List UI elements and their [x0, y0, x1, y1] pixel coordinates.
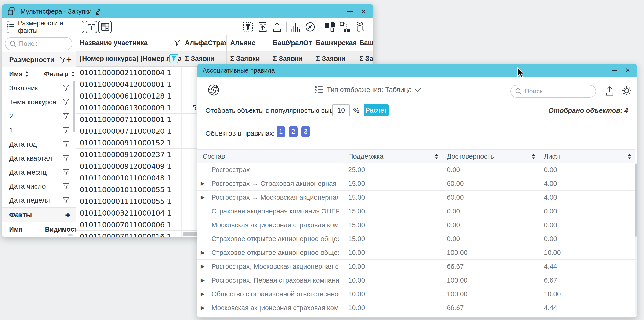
filter-icon[interactable] — [62, 141, 70, 148]
compass-icon[interactable] — [305, 22, 316, 32]
column-support[interactable]: Поддержка — [348, 153, 384, 160]
table-row[interactable]: ▶Общество с ограниченной ответственность… — [198, 287, 635, 301]
minimize-button[interactable] — [347, 11, 353, 12]
collapse-top-icon[interactable] — [258, 22, 268, 32]
dimension-item[interactable]: Дата число — [2, 179, 76, 193]
expand-icon[interactable]: ▶ — [201, 277, 205, 283]
display-type-selector[interactable]: Тип отображения: Таблица — [315, 86, 420, 94]
sidebar-hscrollbar[interactable] — [68, 234, 73, 236]
multisphere-icon[interactable] — [207, 83, 220, 97]
sort-icon[interactable] — [71, 71, 75, 77]
filter-icon[interactable] — [174, 40, 180, 46]
id-header-cell[interactable]: [Номер конкурса] [Номер лота] — [76, 51, 181, 67]
add-fact-button[interactable]: + — [65, 210, 71, 220]
calculate-button[interactable]: Расчет — [364, 104, 389, 116]
rename-pencil-icon[interactable] — [95, 8, 101, 15]
add-dimension-button[interactable]: + — [66, 55, 72, 64]
sort-icon[interactable] — [25, 71, 29, 77]
sort-icon[interactable] — [532, 154, 536, 159]
dimension-label: 1 — [9, 126, 13, 134]
dialog-minimize-button[interactable] — [612, 70, 617, 71]
dialog-search-input[interactable] — [524, 88, 591, 95]
dimensions-facts-button[interactable]: Размерности и факты — [7, 21, 84, 33]
active-filter-icon[interactable] — [169, 54, 178, 63]
popularity-threshold-input[interactable] — [332, 104, 350, 116]
lift-value: 6.67 — [544, 276, 557, 284]
export-icon[interactable] — [272, 22, 282, 32]
measure-label: Σ Заявки — [316, 55, 346, 63]
dimension-item[interactable]: Дата месяц — [2, 165, 76, 179]
filter-icon[interactable] — [62, 113, 70, 120]
dialog-close-button[interactable]: × — [626, 66, 630, 75]
table-row[interactable]: Страховое открытое акционерное общество … — [198, 232, 635, 246]
sidebar-scrollbar[interactable] — [73, 81, 75, 133]
rule-size-chip[interactable]: 2 — [289, 126, 298, 137]
column-header[interactable]: БашУралОтдел — [269, 35, 312, 51]
filter-icon[interactable] — [59, 56, 66, 63]
dialog-search[interactable] — [510, 85, 596, 98]
table-row[interactable]: Страховая акционерная компания ЭНЕРГОГАР… — [198, 204, 635, 218]
column-lift[interactable]: Лифт — [544, 153, 561, 160]
main-titlebar[interactable]: Мультисфера - Закупки × — [2, 5, 373, 19]
table-row[interactable]: ▶Росгосстрах → Московская акционерная ст… — [198, 191, 635, 204]
table-row[interactable]: ▶Росгосстрах → Страховая акционерная ком… — [198, 177, 635, 191]
sort-icon[interactable] — [435, 154, 438, 159]
row-header-title[interactable]: Название участника — [76, 35, 181, 51]
hierarchy-icon[interactable] — [340, 22, 351, 32]
dimension-label: Тема конкурса — [9, 98, 56, 106]
column-header[interactable]: Башкирская ст — [312, 35, 356, 51]
expand-icon[interactable]: ▶ — [201, 180, 205, 187]
table-row[interactable]: ▶Московская акционерная страховая компан… — [198, 301, 635, 315]
dimension-item[interactable]: Дата неделя — [2, 193, 76, 207]
dimension-item[interactable]: 2 — [2, 109, 76, 123]
dimension-item[interactable]: Тема конкурса — [2, 95, 76, 109]
filter-icon[interactable] — [62, 197, 70, 204]
dimension-item[interactable]: Дата год — [2, 137, 76, 151]
dimension-item[interactable]: Дата квартал — [2, 151, 76, 165]
column-header[interactable]: Альянс — [227, 35, 269, 51]
support-value: 15.00 — [348, 180, 365, 187]
expand-icon[interactable]: ▶ — [201, 305, 205, 311]
table-row[interactable]: Росгосстрах25.000.000.00 — [198, 163, 635, 177]
bar-chart-icon[interactable] — [291, 22, 300, 32]
column-confidence[interactable]: Достоверность — [447, 153, 494, 160]
table-row[interactable]: ▶Росгосстрах, Московская акционерная стр… — [198, 260, 635, 273]
column-header[interactable]: АльфаСтрахова — [181, 35, 227, 51]
column-composition[interactable]: Состав — [202, 153, 225, 160]
column-header[interactable]: Баш — [356, 35, 374, 51]
filter-selection-icon[interactable] — [242, 22, 253, 32]
filter-icon[interactable] — [62, 99, 70, 106]
filter-icon[interactable] — [62, 155, 70, 162]
expand-icon[interactable]: ▶ — [201, 263, 205, 269]
expand-icon[interactable]: ▶ — [201, 194, 205, 200]
sort-icon[interactable] — [628, 154, 631, 159]
filter-icon[interactable] — [62, 85, 70, 92]
close-button[interactable]: × — [361, 7, 366, 16]
expand-icon[interactable]: ▶ — [201, 249, 205, 256]
export-icon[interactable] — [605, 86, 614, 96]
rule-size-chip[interactable]: 1 — [276, 126, 285, 137]
inspect-eye-icon[interactable] — [355, 21, 366, 33]
main-toolbar: Размерности и факты — [2, 19, 374, 35]
dimension-item[interactable]: 1 — [2, 123, 76, 137]
divider — [202, 99, 632, 100]
gear-icon[interactable] — [621, 86, 632, 96]
sidebar-search-input[interactable] — [19, 40, 68, 48]
dialog-titlebar[interactable]: Ассоциативные правила × — [198, 64, 636, 77]
sidebar-search[interactable] — [5, 37, 72, 50]
table-row[interactable]: Московская акционерная страховая компани… — [198, 218, 635, 232]
divider — [202, 123, 632, 123]
expand-icon[interactable]: ▶ — [201, 291, 205, 297]
table-row[interactable]: ▶Росгосстрах, Первая страховая компания … — [198, 273, 635, 287]
rule-size-chip[interactable]: 3 — [301, 126, 310, 137]
dimension-item[interactable]: Заказчик — [2, 81, 76, 95]
dialog-scrollbar-thumb[interactable] — [635, 164, 637, 237]
column-width-button[interactable] — [86, 21, 97, 33]
filter-icon[interactable] — [62, 183, 70, 190]
pivot-layout-button[interactable] — [98, 21, 112, 33]
copy-documents-icon[interactable] — [324, 21, 335, 33]
table-row[interactable]: ▶Страховое открытое акционерное общество… — [198, 246, 635, 260]
measure-label: Σ Заявки — [230, 55, 260, 63]
filter-icon[interactable] — [62, 127, 70, 134]
filter-icon[interactable] — [62, 169, 70, 176]
